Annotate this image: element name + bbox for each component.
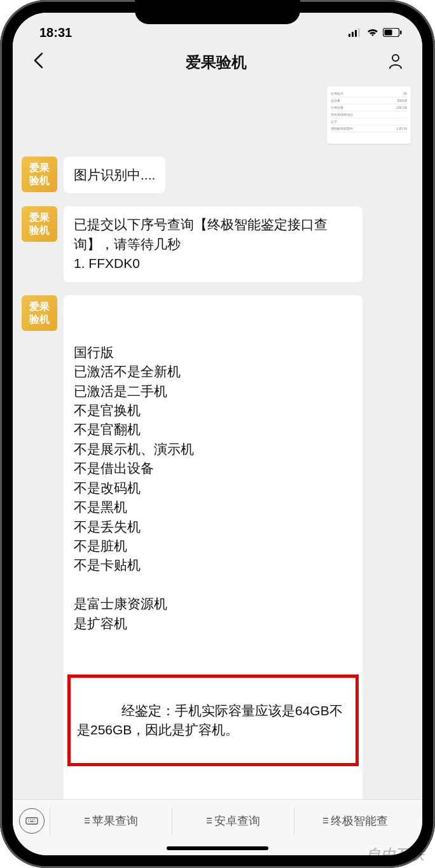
menu-android-query[interactable]: 安卓查询: [172, 807, 294, 835]
svg-rect-1: [352, 32, 354, 37]
svg-point-13: [28, 821, 29, 822]
battery-icon: [383, 28, 402, 37]
svg-rect-5: [385, 30, 392, 36]
screen: 18:31 爱果验机: [13, 13, 422, 855]
bot-avatar[interactable]: 爱果 验机: [22, 157, 57, 192]
bot-avatar[interactable]: 爱果 验机: [22, 206, 57, 242]
watermark: 自由互联: [366, 845, 425, 864]
chat-area[interactable]: 应用程序55 总容量256GB 可用容量238 GB 无线局域网地址 蓝牙 调制…: [13, 81, 422, 799]
phone-frame: 18:31 爱果验机: [0, 0, 435, 868]
sent-image-thumbnail[interactable]: 应用程序55 总容量256GB 可用容量238 GB 无线局域网地址 蓝牙 调制…: [327, 87, 411, 144]
result-text-part1: 国行版 已激活不是全新机 已激活是二手机 不是官换机 不是官翻机 不是展示机、演…: [74, 343, 352, 634]
signal-icon: [349, 28, 362, 37]
svg-rect-2: [355, 30, 357, 37]
message-row: 爱果 验机 国行版 已激活不是全新机 已激活是二手机 不是官换机 不是官翻机 不…: [22, 295, 413, 799]
menu-apple-query[interactable]: 苹果查询: [50, 807, 172, 835]
status-right: [349, 28, 402, 37]
back-button[interactable]: [27, 48, 50, 77]
verdict-text: 经鉴定：手机实际容量应该是64GB不是256GB，因此是扩容机。: [77, 703, 343, 737]
notch: [135, 0, 300, 24]
message-bubble[interactable]: 国行版 已激活不是全新机 已激活是二手机 不是官换机 不是官翻机 不是展示机、演…: [64, 295, 362, 799]
home-indicator[interactable]: [13, 841, 422, 855]
message-row: 爱果 验机 已提交以下序号查询【终极智能鉴定接口查询】，请等待几秒 1. FFX…: [22, 206, 413, 282]
verdict-highlight: 经鉴定：手机实际容量应该是64GB不是256GB，因此是扩容机。: [67, 675, 359, 766]
svg-point-15: [34, 821, 36, 822]
message-row: 爱果 验机 图片识别中....: [22, 157, 413, 193]
svg-point-11: [32, 819, 33, 820]
svg-point-10: [30, 819, 31, 820]
svg-point-9: [28, 819, 29, 820]
keyboard-toggle-button[interactable]: [19, 808, 45, 834]
menu-lines-icon: [207, 818, 212, 823]
page-title: 爱果验机: [186, 52, 247, 73]
nav-bar: 爱果验机: [13, 43, 422, 81]
svg-rect-3: [358, 28, 360, 37]
menu-smart-query[interactable]: 终极智能查: [294, 807, 416, 835]
profile-button[interactable]: [383, 49, 408, 76]
svg-rect-8: [26, 818, 38, 824]
svg-rect-0: [349, 34, 350, 37]
svg-rect-14: [30, 821, 34, 822]
menu-lines-icon: [323, 818, 328, 823]
sent-image-row: 应用程序55 总容量256GB 可用容量238 GB 无线局域网地址 蓝牙 调制…: [22, 87, 413, 144]
wifi-icon: [366, 28, 379, 37]
svg-rect-6: [400, 31, 402, 34]
svg-point-7: [392, 55, 399, 61]
bot-avatar[interactable]: 爱果 验机: [22, 295, 57, 331]
svg-point-12: [34, 819, 35, 820]
bottom-menu-bar: 苹果查询 安卓查询 终极智能查: [13, 799, 422, 841]
status-time: 18:31: [39, 25, 72, 40]
message-bubble[interactable]: 已提交以下序号查询【终极智能鉴定接口查询】，请等待几秒 1. FFXDK0: [64, 206, 362, 282]
message-bubble[interactable]: 图片识别中....: [64, 157, 165, 193]
menu-lines-icon: [85, 818, 90, 823]
